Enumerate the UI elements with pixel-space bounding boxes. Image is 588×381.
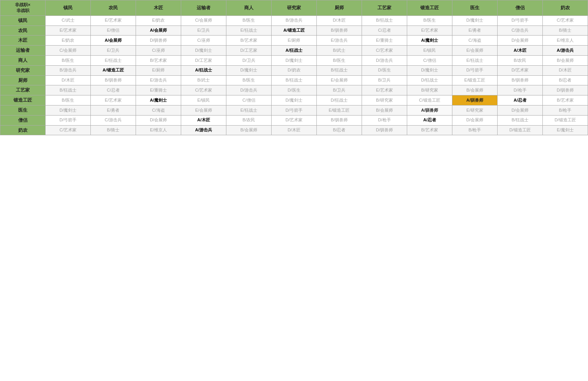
table-row: 锻造工匠B/医生E/艺术家A/魔剑士E/镇民C/僧侣D/魔剑士D/狂战士B/研究… — [0, 95, 588, 105]
table-row: 研究家B/游击兵A/锻造工匠E/厨师A/狂战士D/魔剑士D/奶农B/狂战士D/医… — [0, 65, 588, 75]
table-row: 农民E/艺术家E/僧侣A/会展师E/卫兵E/狂战士A/锻造工匠B/驯兽师C/忍者… — [0, 26, 588, 36]
table-cell: B/医生 — [317, 55, 362, 65]
table-cell: B/驯兽师 — [317, 115, 362, 125]
table-cell: A/木匠 — [498, 46, 543, 56]
table-cell: B/狂战士 — [46, 85, 91, 95]
table-cell: B/武士 — [181, 75, 226, 85]
table-cell: E/奶农 — [136, 15, 181, 26]
table-cell: E/艺术家 — [362, 85, 407, 95]
table-cell: D/卫兵 — [226, 55, 272, 65]
table-cell: A/忍者 — [407, 115, 452, 125]
row-header: 医生 — [0, 105, 46, 115]
table-cell: D/游击兵 — [362, 55, 407, 65]
table-cell: B/医生 — [46, 55, 91, 65]
row-header: 奶农 — [0, 125, 46, 135]
table-cell: C/锻造工匠 — [407, 95, 452, 105]
table-cell: B/卫兵 — [362, 75, 407, 85]
table-cell: E/狂战士 — [226, 105, 272, 115]
table-cell: B/枪手 — [543, 105, 588, 115]
table-cell: B/艺术家 — [226, 36, 272, 46]
col-header: 木匠 — [136, 0, 181, 16]
table-cell: E/会展师 — [317, 75, 362, 85]
row-header: 工艺家 — [0, 85, 46, 95]
table-cell: C/艺术家 — [46, 125, 91, 135]
table-cell: A/游击兵 — [181, 125, 226, 135]
col-header: 镇民 — [46, 0, 91, 16]
table-cell: D/魔剑士 — [181, 46, 226, 56]
table-cell: D/驯兽师 — [543, 85, 588, 95]
table-cell: D/魔剑士 — [226, 65, 272, 75]
row-header: 木匠 — [0, 36, 46, 46]
table-cell: D/会展师 — [498, 36, 543, 46]
table-cell: C/艺术家 — [543, 15, 588, 26]
table-cell: A/狂战士 — [181, 65, 226, 75]
table-cell: C/艺术家 — [181, 85, 226, 95]
table-cell: B/枪手 — [452, 125, 498, 135]
main-table: 非战职× 非战职 镇民农民木匠运输者商人研究家厨师工艺家锻造工匠医生僧侣奶农 镇… — [0, 0, 588, 135]
table-cell: B/研究家 — [407, 85, 452, 95]
row-header: 厨师 — [0, 75, 46, 85]
row-header: 商人 — [0, 55, 46, 65]
table-cell: D/驯兽师 — [136, 36, 181, 46]
table-cell: D/艺术家 — [498, 65, 543, 75]
table-cell: B/艺术家 — [136, 55, 181, 65]
table-cell: D/锻造工匠 — [543, 115, 588, 125]
table-cell: D/弓箭手 — [46, 115, 91, 125]
table-cell: D/木匠 — [317, 15, 362, 26]
table-cell: B/医生 — [226, 75, 272, 85]
table-cell: E/锻造工匠 — [452, 75, 498, 85]
table-cell: E/维京人 — [136, 125, 181, 135]
table-cell: B/狂战士 — [272, 75, 317, 85]
table-cell: E/重骑士 — [136, 85, 181, 95]
table-cell: A/魔剑士 — [136, 95, 181, 105]
table-row: 奶农C/艺术家B/骑士E/维京人A/游击兵B/会展师D/木匠B/忍者D/驯兽师B… — [0, 125, 588, 135]
table-cell: E/厨师 — [136, 65, 181, 75]
table-cell: E/锻造工匠 — [317, 105, 362, 115]
table-cell: A/驯兽师 — [452, 95, 498, 105]
table-cell: B/武士 — [317, 46, 362, 56]
table-cell: B/艺术家 — [543, 95, 588, 105]
table-cell: B/狂战士 — [362, 15, 407, 26]
table-cell: B/医生 — [226, 15, 272, 26]
table-row: 镇民C/武士E/艺术家E/奶农C/会展师B/医生B/游击兵D/木匠B/狂战士B/… — [0, 15, 588, 26]
table-cell: B/医生 — [407, 15, 452, 26]
table-cell: D/医生 — [272, 85, 317, 95]
table-cell: D/医生 — [362, 65, 407, 75]
table-cell: D/会展师 — [452, 115, 498, 125]
table-cell: E/游击兵 — [317, 36, 362, 46]
table-cell: E/卫兵 — [181, 26, 226, 36]
table-cell: D/弓箭手 — [272, 105, 317, 115]
table-row: 商人B/医生E/狂战士B/艺术家D/工艺家D/卫兵D/魔剑士B/医生D/游击兵C… — [0, 55, 588, 65]
table-cell: B/会展师 — [362, 105, 407, 115]
table-cell: A/驯兽师 — [407, 105, 452, 115]
table-cell: B/驯兽师 — [498, 75, 543, 85]
table-cell: B/狂战士 — [498, 115, 543, 125]
table-cell: E/重骑士 — [362, 36, 407, 46]
row-header: 僧侣 — [0, 115, 46, 125]
table-cell: B/会展师 — [226, 125, 272, 135]
table-cell: D/枪手 — [362, 115, 407, 125]
table-cell: D/弓箭手 — [498, 15, 543, 26]
table-cell: B/忍者 — [543, 75, 588, 85]
table-cell: A/忍者 — [498, 95, 543, 105]
table-cell: B/驯兽师 — [91, 75, 136, 85]
table-cell: B/会展师 — [452, 85, 498, 95]
table-cell: C/会展师 — [181, 15, 226, 26]
row-header: 镇民 — [0, 15, 46, 26]
col-header: 工艺家 — [362, 0, 407, 16]
table-cell: B/研究家 — [362, 95, 407, 105]
table-cell: D/锻造工匠 — [498, 125, 543, 135]
col-header: 运输者 — [181, 0, 226, 16]
table-cell: A/锻造工匠 — [272, 26, 317, 36]
table-cell: C/游击兵 — [91, 115, 136, 125]
table-cell: E/厨师 — [272, 36, 317, 46]
col-header: 农民 — [91, 0, 136, 16]
table-cell: D/工艺家 — [181, 55, 226, 65]
table-cell: E/镇民 — [407, 46, 452, 56]
table-cell: B/会展师 — [543, 55, 588, 65]
table-cell: E/僧侣 — [91, 26, 136, 36]
table-cell: A/魔剑士 — [407, 36, 452, 46]
table-cell: C/海盗 — [136, 105, 181, 115]
table-cell: E/艺术家 — [91, 95, 136, 105]
table-cell: D/木匠 — [543, 65, 588, 75]
